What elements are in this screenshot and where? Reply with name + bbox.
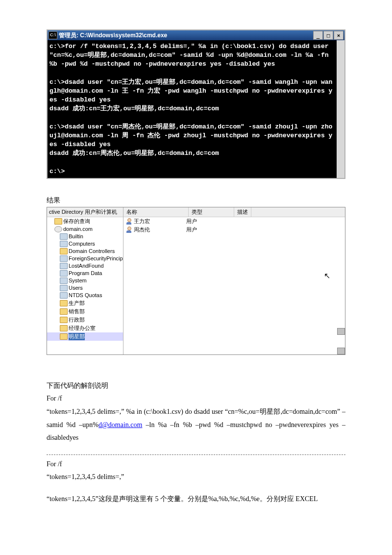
tree-item[interactable]: 生产部 <box>47 299 123 307</box>
cursor-icon: ↖ <box>324 271 330 280</box>
cmd-output: c:\>for /f "tokens=1,2,3,4,5 delims=," %… <box>48 40 344 178</box>
tree-item[interactable]: domain.com <box>47 226 123 233</box>
ad-tree-panel: ctive Directory 用户和计算机 保存的查询domain.comBu… <box>47 207 123 354</box>
tree-item-label: 行政部 <box>69 316 85 324</box>
col-desc[interactable]: 描述 <box>234 207 251 217</box>
explain-l1: For /f <box>47 392 345 405</box>
folder-icon <box>60 248 68 254</box>
folder-icon <box>54 226 62 232</box>
list-item[interactable]: 王力宏用户 <box>123 217 345 226</box>
tree-item[interactable]: NTDS Quotas <box>47 292 123 299</box>
tree-item-label: 保存的查询 <box>63 218 90 225</box>
scrollbar-thumb[interactable] <box>337 348 345 354</box>
ad-list-panel: 名称 类型 描述 王力宏用户周杰伦用户 ↖ <box>123 207 345 354</box>
folder-icon <box>60 325 68 331</box>
tree-item-label: Domain Controllers <box>69 248 115 254</box>
tree-item-label: Users <box>69 285 83 291</box>
explanation-text: 下面代码的解剖说明 For /f “tokens=1,2,3,4,5 delim… <box>47 379 345 506</box>
tree-item-label: NTDS Quotas <box>69 292 102 298</box>
folder-icon <box>60 270 68 277</box>
folder-icon <box>60 308 68 315</box>
close-button[interactable]: × <box>334 31 343 40</box>
tree-item-label: 明星部 <box>69 333 85 340</box>
tree-item[interactable]: 经理办公室 <box>47 324 123 332</box>
explain-l2: “tokens=1,2,3,4,5 delims=,” %a in (c:\bo… <box>47 405 345 445</box>
tree-item-label: 生产部 <box>69 300 85 307</box>
tree-item-label: Builtin <box>69 233 83 239</box>
tree-item[interactable]: Computers <box>47 240 123 248</box>
maximize-button[interactable]: □ <box>323 31 333 40</box>
tree-item-label: ForeignSecurityPrincip <box>69 255 123 261</box>
ad-tree-title: ctive Directory 用户和计算机 <box>47 207 123 217</box>
ad-tree[interactable]: 保存的查询domain.comBuiltinComputersDomain Co… <box>47 217 123 341</box>
tree-item-label: domain.com <box>63 226 93 232</box>
user-icon <box>125 218 132 225</box>
tree-item-label: Computers <box>69 241 95 247</box>
folder-icon <box>60 255 68 262</box>
divider <box>47 454 345 455</box>
tree-item[interactable]: Builtin <box>47 233 123 240</box>
explain-l3: For /f <box>47 458 345 471</box>
explain-l5: “tokens=1,2,3,4,5”这段是声明这里有 5 个变量。分别是%a,%… <box>47 493 345 506</box>
cmd-title: 管理员: C:\Windows\system32\cmd.exe <box>59 31 313 40</box>
tree-item-label: Program Data <box>69 270 102 276</box>
tree-item[interactable]: Users <box>47 284 123 292</box>
explain-heading: 下面代码的解剖说明 <box>47 379 345 393</box>
result-label: 结果 <box>47 196 345 205</box>
folder-icon <box>54 218 62 225</box>
col-name[interactable]: 名称 <box>123 207 189 217</box>
tree-item[interactable]: System <box>47 277 123 284</box>
tree-item[interactable]: Program Data <box>47 270 123 277</box>
tree-item[interactable]: LostAndFound <box>47 262 123 270</box>
tree-item[interactable]: 明星部 <box>47 332 123 341</box>
ad-window: ctive Directory 用户和计算机 保存的查询domain.comBu… <box>47 207 345 355</box>
folder-icon <box>60 263 68 269</box>
tree-item-label: LostAndFound <box>69 263 104 269</box>
folder-icon <box>60 292 68 299</box>
tree-item-label: 销售部 <box>69 308 85 315</box>
tree-item-label: 经理办公室 <box>69 325 96 332</box>
list-item[interactable]: 周杰伦用户 <box>123 226 345 234</box>
minimize-button[interactable]: _ <box>313 31 323 40</box>
folder-icon <box>60 333 68 340</box>
col-type[interactable]: 类型 <box>189 207 234 217</box>
tree-item[interactable]: 行政部 <box>47 316 123 324</box>
cmd-icon: C:\ <box>49 31 57 39</box>
ad-list-header: 名称 类型 描述 <box>123 207 345 217</box>
tree-item[interactable]: 销售部 <box>47 307 123 316</box>
tree-item[interactable]: 保存的查询 <box>47 217 123 226</box>
cmd-window: C:\ 管理员: C:\Windows\system32\cmd.exe _ □… <box>47 29 345 179</box>
user-type: 用户 <box>186 226 225 233</box>
user-name: 周杰伦 <box>134 226 150 233</box>
explain-l4: “tokens=1,2,3,4,5 delims=,” <box>47 471 345 484</box>
tree-item[interactable]: ForeignSecurityPrincip <box>47 255 123 262</box>
folder-icon <box>60 278 68 284</box>
tree-item-label: System <box>69 278 87 283</box>
folder-icon <box>60 241 68 247</box>
cmd-titlebar: C:\ 管理员: C:\Windows\system32\cmd.exe _ □… <box>48 30 344 40</box>
user-icon <box>125 226 132 233</box>
user-name: 王力宏 <box>134 218 150 225</box>
folder-icon <box>60 317 68 323</box>
folder-icon <box>60 285 68 291</box>
domain-link[interactable]: d@domain.com <box>98 421 143 429</box>
tree-item[interactable]: Domain Controllers <box>47 248 123 255</box>
folder-icon <box>60 233 68 240</box>
scrollbar-thumb[interactable] <box>337 328 345 335</box>
folder-icon <box>60 300 68 306</box>
user-type: 用户 <box>186 218 225 225</box>
